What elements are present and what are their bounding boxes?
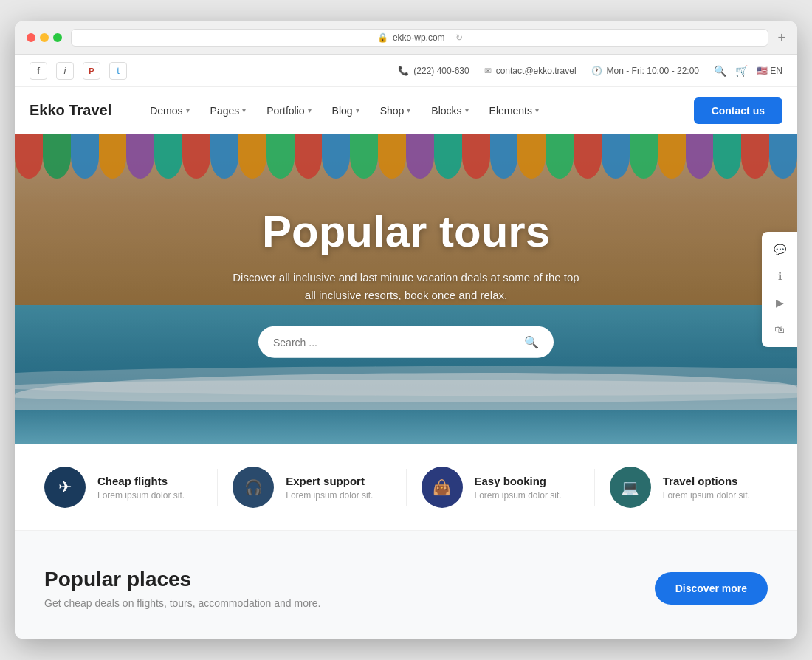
close-dot[interactable] (27, 33, 35, 42)
phone-contact: 📞 (222) 400-630 (398, 66, 469, 76)
nav-item-portfolio[interactable]: Portfolio ▾ (258, 99, 320, 123)
options-icon-wrap: 💻 (610, 467, 651, 508)
facebook-icon[interactable]: f (30, 62, 47, 80)
nav-portfolio-label: Portfolio (266, 105, 304, 117)
hero-subtitle-line2: all inclusive resorts, book once and rel… (305, 289, 507, 301)
feature-options: 💻 Travel options Lorem ipsum dolor sit. (610, 467, 768, 508)
search-bar: 🔍 (258, 326, 554, 358)
contact-us-button[interactable]: Contact us (694, 97, 782, 124)
browser-chrome: 🔒 ekko-wp.com ↻ + (15, 21, 797, 55)
business-hours: Mon - Fri: 10:00 - 22:00 (607, 66, 699, 76)
nav-blog-arrow: ▾ (356, 106, 359, 114)
flights-title: Cheap flights (97, 475, 185, 487)
instagram-icon[interactable]: i (56, 62, 74, 80)
divider-2 (406, 469, 407, 506)
add-tab-button[interactable]: + (777, 30, 785, 46)
nav-demos-label: Demos (150, 105, 182, 117)
feature-flights: ✈ Cheap flights Lorem ipsum dolor sit. (44, 467, 202, 508)
nav-item-elements[interactable]: Elements ▾ (481, 99, 548, 123)
bag-sidebar-icon[interactable]: 🛍 (768, 317, 791, 341)
lock-icon: 🔒 (377, 32, 388, 43)
feature-booking: 👜 Easy booking Lorem ipsum dolor sit. (422, 467, 579, 508)
options-title: Travel options (663, 475, 750, 487)
divider-1 (217, 469, 218, 506)
support-text: Expert support Lorem ipsum dolor sit. (286, 475, 373, 501)
search-input[interactable] (273, 336, 524, 348)
options-icon: 💻 (621, 478, 639, 496)
nav-elements-label: Elements (489, 105, 532, 117)
phone-number: (222) 400-630 (413, 66, 469, 76)
chat-sidebar-icon[interactable]: 💬 (768, 238, 791, 261)
nav-pages-arrow: ▾ (242, 106, 246, 114)
divider-3 (594, 469, 595, 506)
features-row: ✈ Cheap flights Lorem ipsum dolor sit. 🎧… (15, 444, 797, 531)
nav-item-pages[interactable]: Pages ▾ (202, 99, 255, 123)
email-icon: ✉ (484, 66, 492, 76)
support-title: Expert support (286, 475, 373, 487)
support-icon: 🎧 (244, 478, 263, 496)
booking-text: Easy booking Lorem ipsum dolor sit. (475, 475, 562, 501)
nav-item-blog[interactable]: Blog ▾ (323, 99, 368, 123)
topbar-cart-icon[interactable]: 🛒 (735, 65, 748, 77)
top-bar-right: 📞 (222) 400-630 ✉ contact@ekko.travel 🕐 … (398, 65, 782, 77)
browser-window: 🔒 ekko-wp.com ↻ + f i P t 📞 (222) 400-63… (15, 21, 797, 639)
url-text: ekko-wp.com (393, 32, 445, 43)
booking-title: Easy booking (475, 475, 562, 487)
nav-portfolio-arrow: ▾ (308, 106, 312, 114)
nav-shop-label: Shop (380, 105, 405, 117)
booking-icon: 👜 (433, 478, 451, 496)
browser-dots (27, 33, 62, 42)
hours-contact: 🕐 Mon - Fri: 10:00 - 22:00 (591, 66, 699, 76)
flights-icon: ✈ (58, 478, 72, 497)
minimize-dot[interactable] (40, 33, 49, 42)
url-bar[interactable]: 🔒 ekko-wp.com ↻ (71, 29, 768, 47)
email-contact: ✉ contact@ekko.travel (484, 66, 577, 76)
play-sidebar-icon[interactable]: ▶ (768, 291, 791, 314)
hero-title: Popular tours (148, 206, 664, 257)
email-address: contact@ekko.travel (496, 66, 577, 76)
nav-blog-label: Blog (332, 105, 353, 117)
nav-bar: Ekko Travel Demos ▾ Pages ▾ Portfolio ▾ … (15, 87, 797, 134)
topbar-search-icon[interactable]: 🔍 (714, 65, 726, 77)
social-icons: f i P t (30, 62, 127, 80)
options-desc: Lorem ipsum dolor sit. (663, 490, 750, 501)
top-bar-icons: 🔍 🛒 🇺🇸 EN (714, 65, 782, 77)
support-desc: Lorem ipsum dolor sit. (286, 490, 373, 501)
support-icon-wrap: 🎧 (233, 467, 274, 508)
hero-content: Popular tours Discover all inclusive and… (148, 206, 664, 358)
reload-icon[interactable]: ↻ (455, 32, 463, 43)
phone-icon: 📞 (398, 66, 409, 76)
nav-blocks-arrow: ▾ (465, 106, 469, 114)
site-logo[interactable]: Ekko Travel (30, 102, 111, 119)
nav-menu: Demos ▾ Pages ▾ Portfolio ▾ Blog ▾ Shop … (141, 99, 548, 123)
search-button[interactable]: 🔍 (524, 335, 539, 349)
discover-more-button[interactable]: Discover more (655, 572, 768, 605)
popular-places-subtitle: Get cheap deals on flights, tours, accom… (44, 597, 320, 609)
maximize-dot[interactable] (53, 33, 62, 42)
nav-item-shop[interactable]: Shop ▾ (371, 99, 420, 123)
hero-section: Popular tours Discover all inclusive and… (15, 134, 797, 444)
booking-desc: Lorem ipsum dolor sit. (475, 490, 562, 501)
flights-icon-wrap: ✈ (44, 467, 86, 508)
nav-item-blocks[interactable]: Blocks ▾ (422, 99, 477, 123)
hero-subtitle-line1: Discover all inclusive and last minute v… (233, 271, 579, 283)
language-selector[interactable]: 🇺🇸 EN (757, 66, 782, 76)
popular-places-text: Popular places Get cheap deals on flight… (44, 568, 320, 609)
info-sidebar-icon[interactable]: ℹ (768, 264, 791, 288)
nav-item-demos[interactable]: Demos ▾ (141, 99, 198, 123)
options-text: Travel options Lorem ipsum dolor sit. (663, 475, 750, 501)
nav-elements-arrow: ▾ (535, 106, 539, 114)
flights-text: Cheap flights Lorem ipsum dolor sit. (97, 475, 185, 501)
nav-demos-arrow: ▾ (186, 106, 190, 114)
pinterest-icon[interactable]: P (83, 62, 100, 80)
popular-places-section: Popular places Get cheap deals on flight… (15, 531, 797, 639)
booking-icon-wrap: 👜 (422, 467, 463, 508)
popular-places-title: Popular places (44, 568, 320, 591)
clock-icon: 🕐 (591, 66, 602, 76)
twitter-icon[interactable]: t (109, 62, 127, 80)
flights-desc: Lorem ipsum dolor sit. (97, 490, 185, 501)
nav-blocks-label: Blocks (431, 105, 461, 117)
sidebar-icons: 💬 ℹ ▶ 🛍 (762, 232, 797, 347)
nav-shop-arrow: ▾ (407, 106, 410, 114)
hero-subtitle: Discover all inclusive and last minute v… (148, 269, 664, 304)
